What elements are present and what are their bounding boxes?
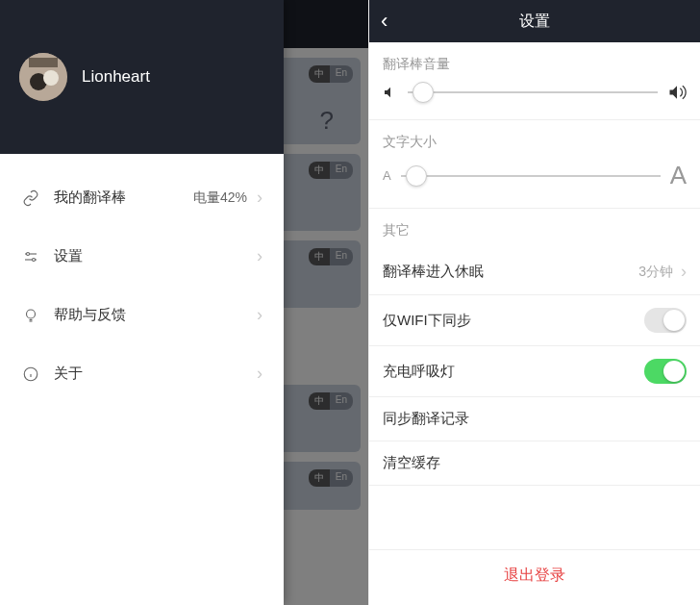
volume-low-icon bbox=[383, 85, 398, 100]
sync-label: 同步翻译记录 bbox=[383, 410, 687, 428]
drawer-menu: 我的翻译棒 电量42% › 设置 › 帮助与反馈 › 关于 › bbox=[0, 154, 284, 417]
svg-point-2 bbox=[43, 70, 59, 86]
drawer-header[interactable]: Lionheart bbox=[0, 0, 284, 154]
lang-pill-source: 中 bbox=[309, 392, 330, 410]
svg-point-6 bbox=[27, 252, 30, 255]
settings-panel: ‹ 设置 翻译棒音量 文字大小 A A 其它 翻译棒进入休眠 3分钟 › 仅WI… bbox=[368, 0, 700, 605]
menu-label: 帮助与反馈 bbox=[54, 306, 257, 324]
breath-label: 充电呼吸灯 bbox=[383, 363, 644, 381]
lang-pill-source: 中 bbox=[309, 248, 330, 265]
svg-point-8 bbox=[27, 310, 36, 318]
sync-records-row[interactable]: 同步翻译记录 bbox=[369, 397, 700, 441]
menu-label: 设置 bbox=[54, 247, 257, 265]
clear-label: 清空缓存 bbox=[383, 454, 687, 472]
svg-rect-3 bbox=[29, 58, 58, 67]
lang-pill-target: En bbox=[330, 469, 353, 487]
username: Lionheart bbox=[82, 67, 150, 87]
wifi-toggle[interactable] bbox=[644, 308, 687, 333]
sleep-value: 3分钟 bbox=[638, 264, 673, 281]
lang-pill-target: En bbox=[330, 162, 353, 179]
menu-item-settings[interactable]: 设置 › bbox=[0, 227, 284, 286]
wifi-sync-row: 仅WIFI下同步 bbox=[369, 295, 700, 346]
sleep-label: 翻译棒进入休眠 bbox=[383, 263, 638, 281]
battery-label: 电量42% bbox=[193, 189, 247, 207]
breath-light-row: 充电呼吸灯 bbox=[369, 346, 700, 397]
font-slider-row: A A bbox=[369, 161, 700, 209]
chevron-right-icon: › bbox=[257, 188, 262, 208]
bulb-icon bbox=[21, 307, 40, 324]
link-icon bbox=[21, 189, 40, 207]
lang-pill-source: 中 bbox=[309, 162, 330, 179]
sleep-row[interactable]: 翻译棒进入休眠 3分钟 › bbox=[369, 249, 700, 295]
font-large-icon: A bbox=[670, 161, 687, 190]
logout-button[interactable]: 退出登录 bbox=[369, 550, 700, 605]
menu-item-help[interactable]: 帮助与反馈 › bbox=[0, 286, 284, 344]
lang-pill-source: 中 bbox=[309, 469, 330, 487]
menu-item-about[interactable]: 关于 › bbox=[0, 344, 284, 403]
wifi-label: 仅WIFI下同步 bbox=[383, 312, 644, 330]
bg-question: ? bbox=[320, 106, 334, 136]
volume-high-icon bbox=[667, 83, 687, 102]
settings-header: ‹ 设置 bbox=[369, 0, 700, 42]
breath-toggle[interactable] bbox=[644, 359, 687, 384]
back-button[interactable]: ‹ bbox=[381, 9, 388, 34]
menu-label: 我的翻译棒 bbox=[54, 189, 193, 207]
chevron-right-icon: › bbox=[257, 246, 262, 266]
spacer bbox=[369, 486, 700, 550]
font-slider[interactable] bbox=[401, 166, 661, 186]
other-section-label: 其它 bbox=[369, 209, 700, 249]
lang-pill-target: En bbox=[330, 392, 353, 410]
page-title: 设置 bbox=[519, 12, 550, 32]
chevron-right-icon: › bbox=[681, 262, 687, 282]
chevron-right-icon: › bbox=[257, 305, 262, 325]
volume-slider[interactable] bbox=[408, 83, 658, 102]
volume-slider-row bbox=[369, 83, 700, 120]
clear-cache-row[interactable]: 清空缓存 bbox=[369, 441, 700, 486]
lang-pill-target: En bbox=[330, 248, 353, 265]
menu-label: 关于 bbox=[54, 365, 257, 383]
nav-drawer: Lionheart 我的翻译棒 电量42% › 设置 › 帮助与反馈 › 关于 bbox=[0, 0, 284, 605]
lang-pill-source: 中 bbox=[309, 65, 330, 83]
left-panel: 中En ? 中En 中En 中En 中En Lionheart 我的翻译 bbox=[0, 0, 368, 605]
font-section-label: 文字大小 bbox=[369, 120, 700, 161]
volume-section-label: 翻译棒音量 bbox=[369, 42, 700, 83]
menu-item-device[interactable]: 我的翻译棒 电量42% › bbox=[0, 168, 284, 227]
sliders-icon bbox=[21, 248, 40, 265]
chevron-right-icon: › bbox=[257, 364, 262, 384]
lang-pill-target: En bbox=[330, 65, 353, 83]
info-icon bbox=[21, 366, 40, 383]
svg-point-7 bbox=[33, 258, 36, 261]
avatar[interactable] bbox=[19, 53, 67, 101]
font-small-icon: A bbox=[383, 168, 391, 183]
